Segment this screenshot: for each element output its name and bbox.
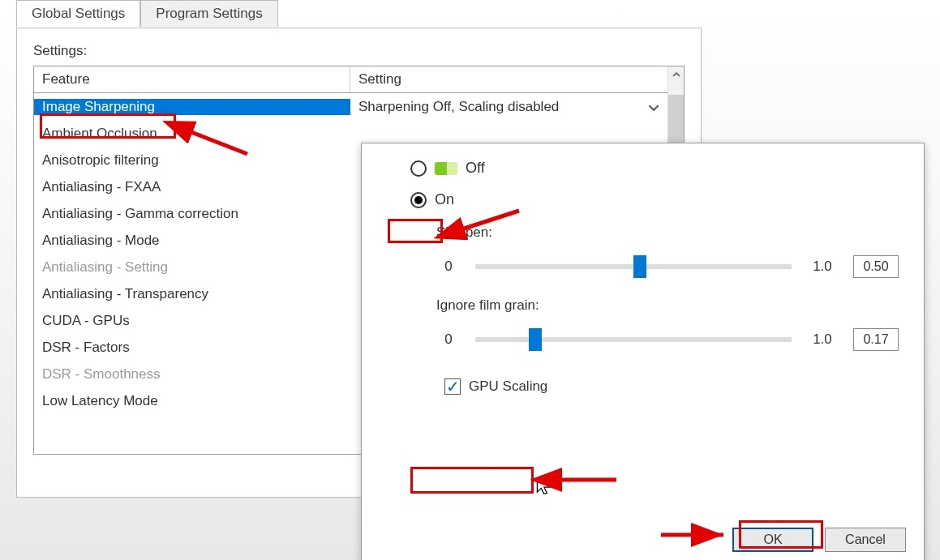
- sharpen-min: 0: [436, 259, 461, 275]
- gpu-scaling-label: GPU Scaling: [469, 378, 547, 395]
- chevron-down-icon: [648, 101, 659, 113]
- feature-low-latency[interactable]: Low Latency Mode: [34, 393, 350, 409]
- sharpen-max: 1.0: [806, 259, 839, 275]
- sharpen-label: Sharpen:: [436, 224, 906, 241]
- grain-value[interactable]: 0.17: [853, 328, 899, 351]
- radio-on-row[interactable]: On: [410, 191, 906, 208]
- feature-cuda-gpus[interactable]: CUDA - GPUs: [34, 313, 350, 329]
- grain-label: Ignore film grain:: [436, 297, 906, 314]
- sharpen-value[interactable]: 0.50: [853, 255, 899, 278]
- feature-dsr-factors[interactable]: DSR - Factors: [34, 340, 350, 356]
- column-feature[interactable]: Feature: [34, 66, 350, 92]
- scroll-up-icon[interactable]: [668, 66, 684, 83]
- grain-min: 0: [436, 331, 461, 348]
- radio-off-label: Off: [466, 160, 485, 177]
- radio-on-label: On: [435, 191, 454, 208]
- grain-max: 1.0: [806, 331, 839, 348]
- gpu-scaling-row[interactable]: ✓ GPU Scaling: [444, 378, 906, 395]
- setting-value: Sharpening Off, Scaling disabled: [358, 99, 559, 114]
- radio-off[interactable]: [410, 160, 427, 177]
- image-sharpening-dialog: Off On Sharpen: 0 1.0 0.50 Ignore film g…: [361, 143, 925, 560]
- tab-program-settings[interactable]: Program Settings: [140, 0, 277, 27]
- feature-aa-gamma[interactable]: Antialiasing - Gamma correction: [34, 206, 350, 222]
- cursor-icon: [535, 477, 555, 496]
- gpu-scaling-checkbox[interactable]: ✓: [444, 378, 461, 395]
- radio-off-row[interactable]: Off: [410, 160, 906, 177]
- ok-button[interactable]: OK: [732, 528, 813, 552]
- feature-aa-setting: Antialiasing - Setting: [34, 259, 350, 276]
- slider-thumb[interactable]: [529, 328, 542, 351]
- feature-aa-mode[interactable]: Antialiasing - Mode: [34, 233, 350, 249]
- feature-aa-fxaa[interactable]: Antialiasing - FXAA: [34, 179, 350, 195]
- feature-ambient-occlusion[interactable]: Ambient Occlusion: [34, 126, 350, 142]
- feature-image-sharpening[interactable]: Image Sharpening: [34, 99, 350, 115]
- sharpen-slider[interactable]: [475, 264, 792, 269]
- radio-on[interactable]: [410, 192, 427, 208]
- tab-global-settings[interactable]: Global Settings: [16, 0, 140, 27]
- cancel-button[interactable]: Cancel: [825, 528, 906, 552]
- feature-dsr-smoothness: DSR - Smoothness: [34, 366, 350, 383]
- table-row[interactable]: Image Sharpening Sharpening Off, Scaling…: [34, 93, 684, 120]
- grain-slider[interactable]: [475, 337, 792, 342]
- feature-aa-transparency[interactable]: Antialiasing - Transparency: [34, 286, 350, 302]
- column-setting[interactable]: Setting: [350, 66, 684, 92]
- feature-anisotropic-filtering[interactable]: Anisotropic filtering: [34, 152, 350, 169]
- nvidia-icon: [435, 162, 457, 175]
- settings-label: Settings:: [33, 43, 685, 59]
- slider-thumb[interactable]: [633, 255, 646, 278]
- setting-dropdown[interactable]: Sharpening Off, Scaling disabled: [350, 99, 684, 115]
